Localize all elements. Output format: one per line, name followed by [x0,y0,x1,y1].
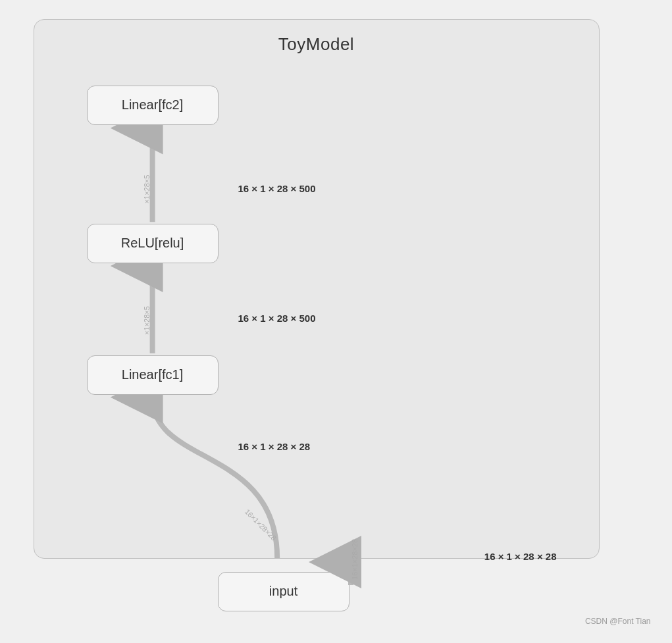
node-fc1[interactable]: Linear[fc1] [87,355,219,395]
svg-text:16×1×28×28: 16×1×28×28 [243,507,277,542]
dim-fc1-out: 16 × 1 × 28 × 28 [238,441,311,452]
dim-fc2-out: 16 × 1 × 28 × 500 [238,183,316,194]
node-fc2[interactable]: Linear[fc2] [87,86,219,125]
model-title: ToyModel [34,34,599,55]
dim-relu-out: 16 × 1 × 28 × 500 [238,313,316,324]
node-input[interactable]: input [218,572,349,611]
model-box: ToyModel ×1×28×5 × [34,19,600,559]
dim-input-out: 16 × 1 × 28 × 28 [484,551,557,562]
svg-text:×1×28×5: ×1×28×5 [142,174,150,203]
outer-container: ToyModel ×1×28×5 × [14,13,659,631]
watermark: CSDN @Font Tian [585,617,651,626]
node-relu[interactable]: ReLU[relu] [87,224,219,263]
svg-text:×1×28×5: ×1×28×5 [142,306,150,335]
